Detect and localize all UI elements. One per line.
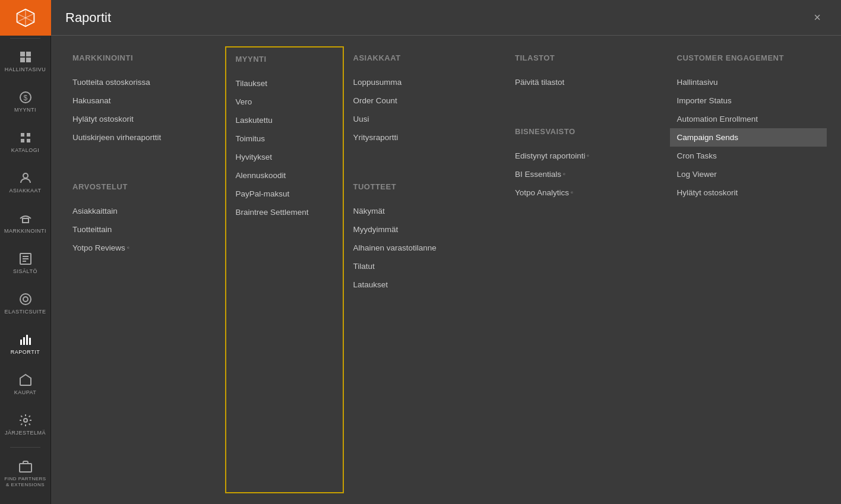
sidebar-item-jarjestelma[interactable]: JÄRJESTELMÄ: [0, 404, 51, 445]
menu-item-paivita-tilastot[interactable]: Päivitä tilastot: [515, 73, 658, 91]
svg-point-12: [20, 294, 31, 305]
menu-item-cron-tasks[interactable]: Cron Tasks: [677, 147, 820, 165]
sidebar: HALLINTASIVU $ MYYNTI KATALOGI ASIAKKAAT…: [0, 0, 51, 504]
menu-item-tilatut[interactable]: Tilatut: [353, 257, 497, 275]
main-content: Raportit × Markkinointi Tuotteita ostosk…: [51, 0, 841, 504]
sidebar-item-asiakkaat[interactable]: ASIAKKAAT: [0, 162, 51, 202]
column-myynti: Myynti Tilaukset Vero Laskutettu Toimitu…: [225, 46, 344, 493]
menu-item-hylatyt-ostoskorit[interactable]: Hylätyt ostoskorit: [72, 110, 216, 128]
menu-item-braintree[interactable]: Braintree Settlement: [236, 203, 333, 221]
svg-rect-15: [23, 337, 25, 345]
menu-item-hylatyt-ostoskorit-ce[interactable]: Hylätyt ostoskorit: [677, 183, 820, 202]
svg-rect-7: [23, 218, 29, 223]
sidebar-item-myynti[interactable]: $ MYYNTI: [0, 81, 51, 122]
menu-item-loppusumma[interactable]: Loppusumma: [353, 73, 497, 91]
svg-rect-2: [20, 58, 25, 62]
column-markkinointi: Markkinointi Tuotteita ostoskorissa Haku…: [63, 53, 225, 486]
sidebar-item-find-partners[interactable]: FIND PARTNERS & EXTENSIONS: [0, 450, 51, 497]
menu-item-tuotteittain[interactable]: Tuotteittain: [72, 220, 216, 239]
sidebar-item-kaupat[interactable]: KAUPAT: [0, 364, 51, 404]
menu-item-yotpo-analytics[interactable]: Yotpo Analytics: [515, 183, 658, 202]
svg-rect-3: [26, 58, 31, 62]
sidebar-divider-2: [10, 447, 40, 448]
menu-item-bi-essentials[interactable]: BI Essentials: [515, 165, 658, 183]
menu-item-hyvitykset[interactable]: Hyvitykset: [236, 148, 333, 166]
column-tilastot: Tilastot Päivitä tilastot Bisnesvaisto E…: [505, 53, 668, 486]
sidebar-item-hallintasivu[interactable]: HALLINTASIVU: [0, 41, 51, 81]
section-header-customer-engagement: Customer Engagement: [677, 53, 820, 62]
menu-grid: Markkinointi Tuotteita ostoskorissa Haku…: [51, 36, 841, 504]
sidebar-item-sisalto[interactable]: SISÄLTÖ: [0, 243, 51, 283]
svg-point-6: [23, 173, 28, 178]
svg-rect-17: [29, 338, 31, 345]
section-header-bisnesvaisto: Bisnesvaisto: [515, 127, 658, 136]
svg-rect-0: [20, 52, 25, 56]
menu-item-yotpo-reviews[interactable]: Yotpo Reviews: [72, 239, 216, 257]
section-arvostelut: Arvostelut Asiakkaittain Tuotteittain Yo…: [72, 182, 216, 257]
menu-item-asiakkaittain[interactable]: Asiakkaittain: [72, 202, 216, 220]
menu-item-campaign-sends[interactable]: Campaign Sends: [670, 128, 827, 147]
menu-item-toimitus[interactable]: Toimitus: [236, 129, 333, 148]
section-header-tuotteet: Tuotteet: [353, 182, 497, 191]
section-tilastot: Tilastot Päivitä tilastot: [515, 53, 658, 91]
menu-item-log-viewer[interactable]: Log Viewer: [677, 165, 820, 183]
sidebar-item-katalogi[interactable]: KATALOGI: [0, 122, 51, 162]
menu-item-laskutettu[interactable]: Laskutettu: [236, 111, 333, 129]
menu-item-tuotteita-ostoskorissa[interactable]: Tuotteita ostoskorissa: [72, 73, 216, 91]
menu-item-alhainen-varasto[interactable]: Alhainen varastotilanne: [353, 239, 497, 257]
svg-rect-14: [20, 340, 22, 345]
menu-item-myydyimmat[interactable]: Myydyimmät: [353, 220, 497, 239]
close-button[interactable]: ×: [808, 8, 827, 27]
section-header-tilastot: Tilastot: [515, 53, 658, 62]
section-header-asiakkaat: Asiakkaat: [353, 53, 497, 62]
logo[interactable]: [0, 0, 51, 36]
menu-item-hallintasivu-ce[interactable]: Hallintasivu: [677, 73, 820, 91]
svg-point-18: [24, 419, 27, 422]
menu-item-order-count[interactable]: Order Count: [353, 91, 497, 110]
sidebar-item-markkinointi[interactable]: MARKKINOINTI: [0, 202, 51, 243]
section-header-arvostelut: Arvostelut: [72, 182, 216, 191]
section-tuotteet: Tuotteet Näkymät Myydyimmät Alhainen var…: [353, 182, 497, 294]
menu-item-importer-status[interactable]: Importer Status: [677, 91, 820, 110]
menu-item-automation-enrollment[interactable]: Automation Enrollment: [677, 110, 820, 128]
section-asiakkaat: Asiakkaat Loppusumma Order Count Uusi Yr…: [353, 53, 497, 147]
menu-item-lataukset[interactable]: Lataukset: [353, 275, 497, 294]
menu-item-alennuskoodit[interactable]: Alennuskoodit: [236, 166, 333, 185]
menu-item-uutiskirjeen[interactable]: Uutiskirjeen virheraporttit: [72, 128, 216, 147]
menu-item-hakusanat[interactable]: Hakusanat: [72, 91, 216, 110]
sidebar-item-raportit[interactable]: RAPORTIT: [0, 324, 51, 364]
page-title: Raportit: [65, 10, 111, 26]
svg-rect-1: [26, 52, 31, 56]
svg-rect-19: [20, 464, 31, 472]
svg-text:$: $: [23, 94, 27, 102]
svg-rect-16: [26, 335, 28, 345]
section-markkinointi: Markkinointi Tuotteita ostoskorissa Haku…: [72, 53, 216, 147]
menu-item-yritysraportti[interactable]: Yritysraportti: [353, 128, 497, 147]
menu-item-tilaukset[interactable]: Tilaukset: [236, 74, 333, 93]
menu-item-uusi[interactable]: Uusi: [353, 110, 497, 128]
sidebar-divider: [10, 38, 40, 39]
column-customer-engagement: Customer Engagement Hallintasivu Importe…: [668, 53, 830, 486]
sidebar-item-elasticsuite[interactable]: ELASTICSUITE: [0, 283, 51, 324]
section-header-myynti: Myynti: [236, 55, 333, 64]
svg-point-13: [23, 297, 28, 302]
menu-item-vero[interactable]: Vero: [236, 93, 333, 111]
column-asiakkaat: Asiakkaat Loppusumma Order Count Uusi Yr…: [344, 53, 506, 486]
menu-item-edistynyt[interactable]: Edistynyt raportointi: [515, 147, 658, 165]
section-bisnesvaisto: Bisnesvaisto Edistynyt raportointi BI Es…: [515, 127, 658, 202]
header: Raportit ×: [51, 0, 841, 36]
section-header-markkinointi: Markkinointi: [72, 53, 216, 62]
menu-item-paypal[interactable]: PayPal-maksut: [236, 185, 333, 203]
menu-item-nakymat[interactable]: Näkymät: [353, 202, 497, 220]
